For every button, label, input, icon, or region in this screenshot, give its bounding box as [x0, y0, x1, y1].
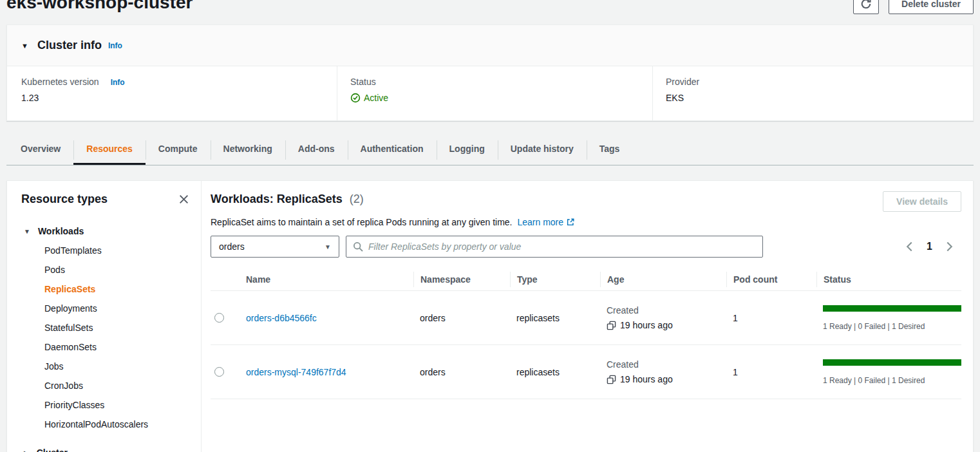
provider-label: Provider [666, 77, 699, 87]
refresh-icon [860, 0, 872, 10]
row-radio-button[interactable] [214, 367, 224, 377]
table-heading: Workloads: ReplicaSets (2) [211, 191, 364, 207]
cluster-info-body: Kubernetes version Info 1.23 Status Acti… [7, 66, 973, 120]
learn-more-link[interactable]: Learn more [517, 217, 575, 227]
status-counts: 1 Ready | 0 Failed | 1 Desired [823, 322, 961, 331]
row-namespace: orders [413, 313, 510, 323]
age-value: 19 hours ago [620, 320, 673, 330]
tab-overview[interactable]: Overview [8, 135, 73, 165]
namespace-filter-dropdown[interactable]: orders ▼ [211, 236, 339, 258]
replicaset-name-link[interactable]: orders-mysql-749f67f7d4 [246, 367, 346, 377]
sidebar-item-podtemplates[interactable]: PodTemplates [44, 241, 201, 260]
status-bar [823, 359, 961, 366]
row-age: Created 19 hours ago [600, 359, 726, 384]
column-header-pod-count: Pod count [726, 272, 816, 287]
row-type: replicasets [510, 313, 600, 323]
row-radio-button[interactable] [214, 313, 224, 323]
column-header-status: Status [816, 272, 961, 287]
row-status: 1 Ready | 0 Failed | 1 Desired [816, 305, 961, 331]
column-header-age: Age [600, 272, 726, 287]
cluster-info-title: Cluster info [37, 39, 102, 52]
table-description: ReplicaSet aims to maintain a set of rep… [211, 217, 512, 227]
row-type: replicasets [510, 367, 600, 377]
sidebar-item-deployments[interactable]: Deployments [44, 299, 201, 318]
row-status: 1 Ready | 0 Failed | 1 Desired [816, 359, 961, 385]
learn-more-label: Learn more [517, 217, 563, 227]
table-row: orders-d6b4566fc orders replicasets Crea… [211, 291, 961, 345]
search-input[interactable] [368, 241, 756, 252]
tab-authentication[interactable]: Authentication [348, 135, 437, 165]
replicaset-name-link[interactable]: orders-d6b4566fc [246, 313, 317, 323]
page-title: eks-workshop-cluster [6, 0, 193, 13]
kubernetes-version-field: Kubernetes version Info 1.23 [7, 66, 337, 120]
table-row: orders-mysql-749f67f7d4 orders replicase… [211, 345, 961, 399]
next-page-icon[interactable] [945, 241, 954, 252]
kubernetes-version-value: 1.23 [21, 93, 337, 103]
status-value: Active [350, 93, 652, 103]
previous-page-icon[interactable] [905, 241, 914, 252]
row-pod-count: 1 [726, 313, 816, 323]
replicasets-main: Workloads: ReplicaSets (2) View details … [202, 181, 973, 452]
table-header-row: Name Namespace Type Age Pod count Status [211, 268, 961, 291]
sidebar-item-replicasets[interactable]: ReplicaSets [44, 279, 201, 299]
tab-add-ons[interactable]: Add-ons [285, 135, 348, 165]
resource-types-sidebar: Resource types ▼ Workloads PodTemplates … [7, 181, 202, 452]
sidebar-item-cronjobs[interactable]: CronJobs [44, 376, 201, 395]
status-label: Status [350, 77, 376, 87]
tab-logging[interactable]: Logging [437, 135, 498, 165]
tab-compute[interactable]: Compute [146, 135, 211, 165]
provider-field: Provider EKS [652, 66, 973, 120]
table-heading-count: (2) [350, 193, 364, 205]
status-text: Active [364, 93, 388, 103]
provider-value: EKS [666, 93, 973, 103]
sidebar-item-pods[interactable]: Pods [44, 260, 201, 279]
tab-update-history[interactable]: Update history [498, 135, 587, 165]
search-icon [353, 241, 363, 252]
expand-triangle-icon[interactable]: ▼ [21, 42, 28, 50]
check-circle-icon [350, 93, 361, 103]
page-number[interactable]: 1 [927, 241, 932, 252]
row-pod-count: 1 [726, 367, 816, 377]
status-field: Status Active [337, 66, 652, 120]
copy-icon[interactable] [607, 321, 616, 330]
sidebar-item-daemonsets[interactable]: DaemonSets [44, 337, 201, 357]
column-header-name: Name [240, 274, 413, 285]
status-counts: 1 Ready | 0 Failed | 1 Desired [823, 376, 961, 385]
resources-panel: Resource types ▼ Workloads PodTemplates … [6, 180, 974, 452]
resource-tree: ▼ Workloads PodTemplates Pods ReplicaSet… [21, 221, 201, 452]
refresh-button[interactable] [853, 0, 879, 14]
tree-group-cluster[interactable]: ▶ Cluster [21, 443, 201, 452]
cluster-info-card: ▼ Cluster info Info Kubernetes version I… [6, 24, 974, 121]
tab-networking[interactable]: Networking [211, 135, 285, 165]
sidebar-item-statefulsets[interactable]: StatefulSets [44, 318, 201, 337]
external-link-icon [566, 218, 575, 227]
sidebar-item-horizontalpodautoscalers[interactable]: HorizontalPodAutoscalers [44, 415, 201, 434]
header-actions: Delete cluster [853, 0, 974, 14]
cluster-tabs: Overview Resources Compute Networking Ad… [6, 135, 974, 165]
table-heading-text: Workloads: ReplicaSets [211, 193, 343, 205]
delete-cluster-button[interactable]: Delete cluster [889, 0, 974, 14]
view-details-button[interactable]: View details [883, 191, 961, 212]
filter-search-field[interactable] [346, 236, 763, 258]
tab-tags[interactable]: Tags [587, 135, 633, 165]
replicasets-table: Name Namespace Type Age Pod count Status… [211, 268, 961, 399]
age-created-label: Created [607, 305, 726, 315]
resource-types-title: Resource types [21, 193, 108, 206]
pagination: 1 [905, 241, 961, 252]
chevron-down-icon: ▼ [325, 243, 331, 250]
sidebar-item-priorityclasses[interactable]: PriorityClasses [44, 395, 201, 415]
cluster-info-info-link[interactable]: Info [108, 41, 122, 50]
tab-resources[interactable]: Resources [73, 135, 146, 165]
column-header-type: Type [510, 272, 600, 287]
copy-icon[interactable] [607, 375, 616, 384]
tree-group-workloads[interactable]: ▼ Workloads [21, 221, 201, 241]
age-value: 19 hours ago [620, 374, 673, 384]
sidebar-item-jobs[interactable]: Jobs [44, 357, 201, 376]
close-icon[interactable] [178, 194, 189, 205]
cluster-info-header[interactable]: ▼ Cluster info Info [7, 25, 973, 66]
age-created-label: Created [607, 359, 726, 370]
expanded-triangle-icon: ▼ [24, 228, 30, 235]
row-age: Created 19 hours ago [600, 305, 726, 330]
kubernetes-version-info-link[interactable]: Info [111, 78, 125, 87]
column-header-namespace: Namespace [413, 272, 510, 287]
